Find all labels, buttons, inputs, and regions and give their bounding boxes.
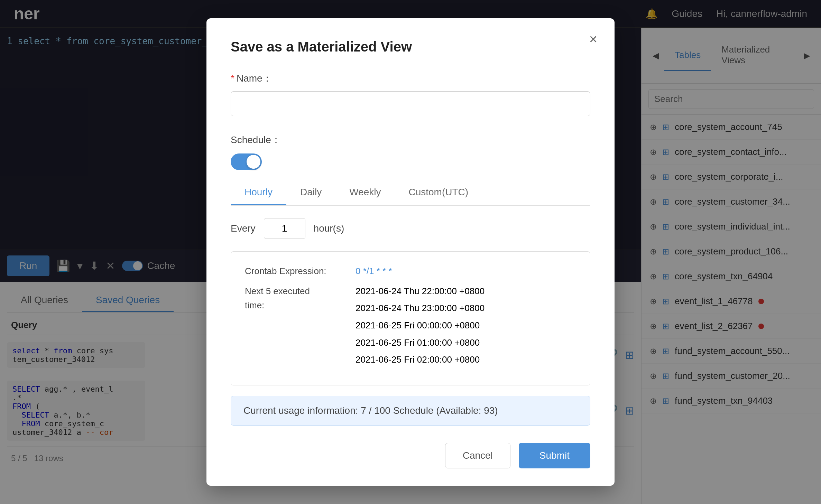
crontab-times-row: Next 5 executedtime: 2021-06-24 Thu 22:0… <box>245 284 576 367</box>
freq-tab-weekly[interactable]: Weekly <box>335 180 395 205</box>
schedule-toggle[interactable] <box>231 153 262 170</box>
crontab-time-5: 2021-06-25 Fri 02:00:00 +0800 <box>356 353 485 367</box>
freq-tab-hourly[interactable]: Hourly <box>231 180 286 205</box>
schedule-toggle-row <box>231 153 590 170</box>
modal-title: Save as a Materialized View <box>231 39 590 55</box>
crontab-expression-row: Crontab Expression: 0 */1 * * * <box>245 264 576 279</box>
frequency-tabs: Hourly Daily Weekly Custom(UTC) <box>231 180 590 206</box>
toggle-knob <box>247 155 260 169</box>
crontab-expression-label: Crontab Expression: <box>245 264 356 279</box>
crontab-time-3: 2021-06-25 Fri 00:00:00 +0800 <box>356 318 485 333</box>
schedule-label: Schedule： <box>231 133 590 147</box>
every-label: Every <box>231 223 256 234</box>
crontab-expression-value: 0 */1 * * * <box>356 264 392 279</box>
modal-footer: Cancel Submit <box>231 443 590 468</box>
name-label: *Name： <box>231 72 590 85</box>
usage-info: Current usage information: 7 / 100 Sched… <box>231 396 590 426</box>
modal-overlay: × Save as a Materialized View *Name： Sch… <box>0 0 821 504</box>
required-star: * <box>231 73 234 84</box>
freq-tab-custom[interactable]: Custom(UTC) <box>395 180 482 205</box>
submit-button[interactable]: Submit <box>519 443 590 468</box>
crontab-time-2: 2021-06-24 Thu 23:00:00 +0800 <box>356 301 485 316</box>
crontab-box: Crontab Expression: 0 */1 * * * Next 5 e… <box>231 251 590 385</box>
modal-close-button[interactable]: × <box>589 32 597 46</box>
next-executed-label: Next 5 executedtime: <box>245 284 356 367</box>
save-materialized-view-modal: × Save as a Materialized View *Name： Sch… <box>206 18 615 486</box>
cancel-button[interactable]: Cancel <box>445 443 510 468</box>
crontab-times-list: 2021-06-24 Thu 22:00:00 +0800 2021-06-24… <box>356 284 485 367</box>
every-input[interactable] <box>264 218 305 239</box>
hour-label: hour(s) <box>314 223 344 234</box>
crontab-time-4: 2021-06-25 Fri 01:00:00 +0800 <box>356 336 485 350</box>
crontab-time-1: 2021-06-24 Thu 22:00:00 +0800 <box>356 284 485 299</box>
freq-tab-daily[interactable]: Daily <box>286 180 335 205</box>
name-input[interactable] <box>231 91 590 116</box>
every-row: Every hour(s) <box>231 218 590 239</box>
